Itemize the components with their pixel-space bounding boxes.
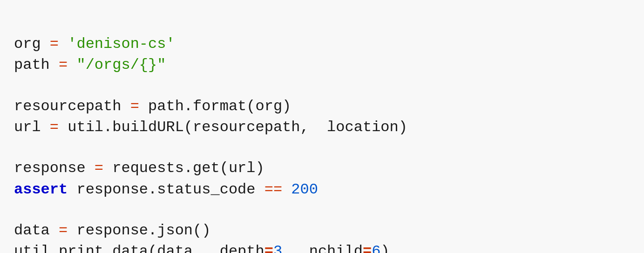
- code-token: url: [14, 119, 41, 136]
- code-token: =: [86, 160, 113, 177]
- blank-line: [14, 138, 630, 158]
- code-token: =: [50, 222, 77, 239]
- code-token: , nchild: [282, 243, 363, 253]
- code-line-line2: path = "/orgs/{}": [14, 55, 630, 75]
- code-token: =: [264, 243, 273, 253]
- code-token: 3: [273, 243, 282, 253]
- code-token: =: [41, 119, 68, 136]
- code-token: "/orgs/{}": [76, 56, 166, 73]
- code-token: assert: [14, 181, 68, 198]
- code-token: 'denison-cs': [68, 35, 175, 53]
- code-line-line6: assert response.status_code == 200: [14, 180, 630, 200]
- code-token: util.buildURL(resourcepath, location): [68, 119, 407, 136]
- code-block: org = 'denison-cs'path = "/orgs/{}" reso…: [0, 0, 644, 253]
- code-token: ==: [255, 181, 282, 198]
- code-token: org: [14, 35, 41, 53]
- blank-line: [14, 200, 630, 220]
- code-token: util.print_data(data, depth: [14, 243, 264, 253]
- code-token: data: [14, 222, 50, 239]
- code-token: response: [14, 160, 86, 177]
- code-token: path: [14, 56, 50, 73]
- code-token: requests.get(url): [112, 160, 264, 177]
- code-token: 200: [282, 181, 318, 198]
- code-token: response.json(): [76, 222, 210, 239]
- code-line-line7: data = response.json(): [14, 220, 630, 240]
- code-line-line4: url = util.buildURL(resourcepath, locati…: [14, 117, 630, 137]
- code-token: path.format(org): [148, 98, 291, 115]
- code-token: =: [50, 56, 77, 73]
- code-token: =: [363, 243, 372, 253]
- code-line-line5: response = requests.get(url): [14, 158, 630, 178]
- code-line-line3: resourcepath = path.format(org): [14, 96, 630, 116]
- code-token: 6: [372, 243, 380, 253]
- code-token: resourcepath: [14, 98, 121, 115]
- code-token: =: [121, 98, 148, 115]
- code-line-line1: org = 'denison-cs': [14, 34, 630, 54]
- code-token: ): [380, 243, 389, 253]
- code-line-line8: util.print_data(data, depth=3, nchild=6): [14, 241, 630, 253]
- code-token: response.status_code: [68, 181, 255, 198]
- code-token: =: [41, 35, 68, 53]
- blank-line: [14, 76, 630, 96]
